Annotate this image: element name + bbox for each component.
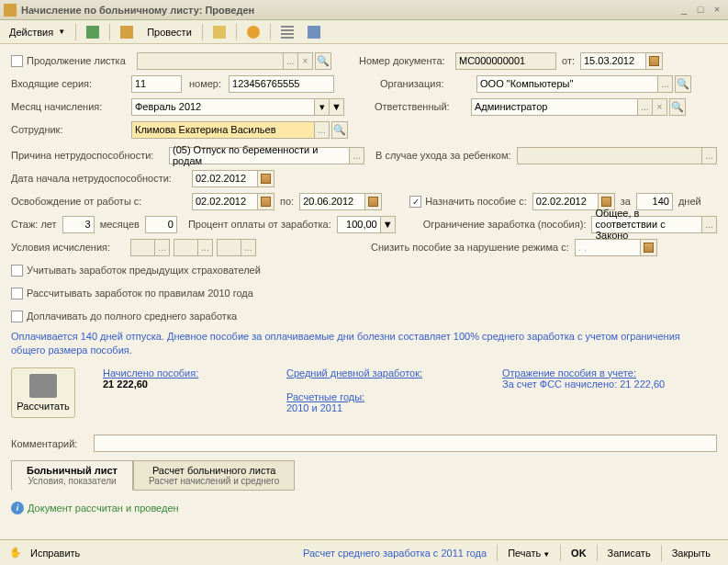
docnum-field[interactable]: МС000000001 [455, 52, 556, 70]
titlebar: Начисление по больничному листу: Проведе… [0, 0, 728, 20]
date-field[interactable]: 15.03.2012 [580, 52, 646, 70]
cond3-select[interactable]: ... [241, 239, 256, 256]
continuation-field[interactable] [137, 52, 284, 70]
series-label: Входящие серия: [11, 78, 131, 89]
employee-open[interactable]: 🔍 [331, 121, 348, 139]
number-field[interactable]: 123456765555 [229, 75, 334, 93]
months-label: месяцев [100, 219, 140, 230]
childcare-select[interactable]: ... [702, 147, 717, 164]
childcare-field[interactable] [517, 147, 702, 164]
limit-select[interactable]: ... [702, 216, 717, 233]
status-line: i Документ рассчитан и проведен [0, 498, 728, 518]
release-from-field[interactable]: 02.02.2012 [192, 193, 258, 210]
reason-field[interactable]: (05) Отпуск по беременности и родам [169, 147, 350, 164]
release-to-cal[interactable] [365, 193, 382, 210]
window-title: Начисление по больничному листу: Проведе… [21, 5, 675, 16]
save-button[interactable]: Записать [599, 545, 659, 561]
release-label: Освобождение от работы с: [11, 196, 192, 207]
ok-button[interactable]: OK [563, 545, 595, 561]
continuation-checkbox[interactable] [11, 55, 23, 67]
comment-field[interactable] [94, 435, 717, 452]
conditions-label: Условия исчисления: [11, 242, 130, 253]
footer: ✋ Исправить Расчет среднего заработка с … [0, 539, 728, 565]
reduce-date-cal[interactable] [641, 239, 657, 256]
stazh-months-field[interactable]: 0 [145, 216, 177, 233]
cond3-field[interactable] [217, 239, 241, 256]
tab-sick-leave[interactable]: Больничный лист Условия, показатели [11, 460, 133, 491]
tool1-button[interactable] [207, 23, 231, 41]
hand-icon: ✋ [9, 547, 22, 559]
reduce-date-field[interactable]: . . [575, 239, 641, 256]
settings-button[interactable] [302, 23, 326, 41]
info-icon: i [11, 502, 24, 514]
accrued-link[interactable]: Начислено пособия: [103, 367, 259, 379]
assign-from-field[interactable]: 02.02.2012 [532, 193, 599, 210]
org-open[interactable]: 🔍 [675, 75, 691, 93]
resp-clear[interactable]: × [653, 98, 667, 116]
calculator-icon [29, 374, 57, 398]
percent-field[interactable]: 100,00 [337, 216, 381, 233]
reason-label: Причина нетрудоспособности: [11, 150, 169, 161]
days-label: дней [678, 196, 701, 207]
list-button[interactable] [275, 23, 299, 41]
continuation-open[interactable]: 🔍 [315, 52, 331, 70]
minimize-button[interactable]: _ [677, 4, 691, 17]
continuation-select[interactable]: ... [284, 52, 298, 70]
tab-calculation[interactable]: Расчет больничного листа Расчет начислен… [133, 460, 295, 491]
month-dropdown[interactable]: ▼ [330, 98, 344, 116]
maximize-button[interactable]: □ [693, 4, 708, 17]
release-to-label: по: [280, 196, 294, 207]
continuation-clear[interactable]: × [298, 52, 313, 70]
month-spin[interactable]: ▾ [315, 98, 330, 116]
save-icon-button[interactable] [81, 23, 105, 41]
info-text: Оплачивается 140 дней отпуска. Дневное п… [11, 330, 717, 358]
resp-open[interactable]: 🔍 [669, 98, 686, 116]
month-label: Месяц начисления: [11, 101, 131, 112]
reason-select[interactable]: ... [350, 147, 364, 164]
close-button[interactable]: × [710, 4, 724, 17]
avg-daily-link[interactable]: Средний дневной заработок: [286, 367, 475, 379]
rules2010-label: Рассчитывать заработок по правилам 2010 … [27, 288, 253, 299]
print-button[interactable]: Печать▼ [499, 545, 558, 561]
rules2010-checkbox[interactable] [11, 288, 23, 299]
prev-insurers-label: Учитывать заработок предыдущих страховат… [27, 265, 261, 276]
cond1-field[interactable] [130, 239, 155, 256]
startdate-calendar[interactable] [258, 170, 274, 187]
cond2-select[interactable]: ... [198, 239, 213, 256]
employee-field[interactable]: Климова Екатерина Васильев [131, 121, 315, 139]
resp-select[interactable]: ... [638, 98, 653, 116]
month-field[interactable]: Февраль 2012 [131, 98, 315, 116]
series-field[interactable]: 11 [131, 75, 182, 93]
close-footer-button[interactable]: Закрыть [664, 545, 719, 561]
org-select[interactable]: ... [658, 75, 673, 93]
release-to-field[interactable]: 20.06.2012 [299, 193, 365, 210]
actions-menu[interactable]: Действия▼ [4, 23, 71, 41]
toolbar: Действия▼ Провести [0, 20, 728, 44]
org-field[interactable]: ООО "Компьютеры" [476, 75, 658, 93]
fullavg-checkbox[interactable] [11, 311, 23, 322]
percent-label: Процент оплаты от заработка: [188, 219, 331, 230]
avg-calc-link[interactable]: Расчет среднего заработка с 2011 года [295, 545, 495, 561]
stazh-years-field[interactable]: 3 [62, 216, 95, 233]
reflection-link[interactable]: Отражение пособия в учете: [502, 367, 665, 379]
prev-insurers-checkbox[interactable] [11, 265, 23, 277]
percent-dropdown[interactable]: ▼ [381, 216, 396, 233]
post-icon-button[interactable] [115, 23, 139, 41]
calculate-button[interactable]: Рассчитать [11, 367, 75, 418]
date-calendar[interactable] [646, 52, 663, 70]
calc-years-link[interactable]: Расчетные годы: [286, 391, 475, 402]
startdate-field[interactable]: 02.02.2012 [192, 170, 258, 187]
status-text: Документ рассчитан и проведен [28, 503, 179, 514]
number-label: номер: [189, 78, 221, 89]
fix-button[interactable]: Исправить [22, 545, 88, 561]
limit-field[interactable]: Общее, в соответствии с Законо [591, 216, 702, 233]
help-button[interactable] [241, 23, 265, 41]
assign-checkbox[interactable] [409, 196, 421, 208]
cond1-select[interactable]: ... [155, 239, 170, 256]
release-from-cal[interactable] [258, 193, 274, 210]
docnum-label: Номер документа: [359, 55, 455, 66]
employee-select[interactable]: ... [315, 121, 330, 139]
post-button[interactable]: Провести [141, 23, 197, 41]
cond2-field[interactable] [174, 239, 198, 256]
resp-field[interactable]: Администратор [471, 98, 638, 116]
